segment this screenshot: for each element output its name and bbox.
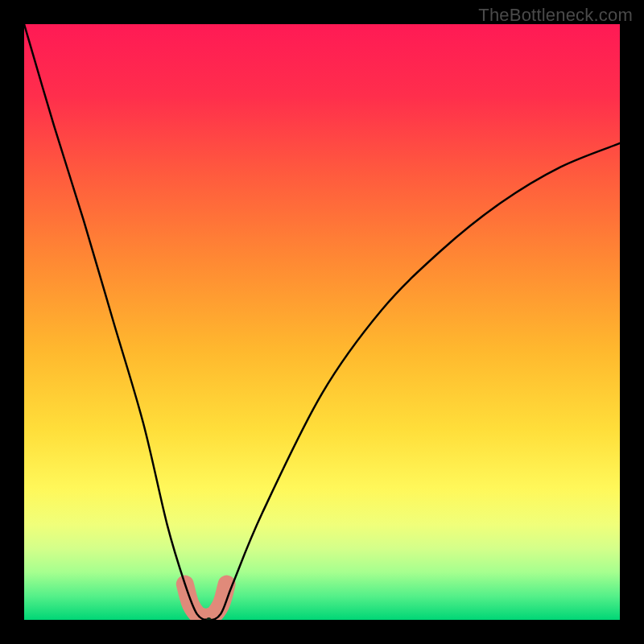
- watermark-text: TheBottleneck.com: [478, 5, 633, 26]
- plot-area: [24, 24, 620, 620]
- plot-svg: [24, 24, 620, 620]
- chart-root: TheBottleneck.com: [0, 0, 644, 644]
